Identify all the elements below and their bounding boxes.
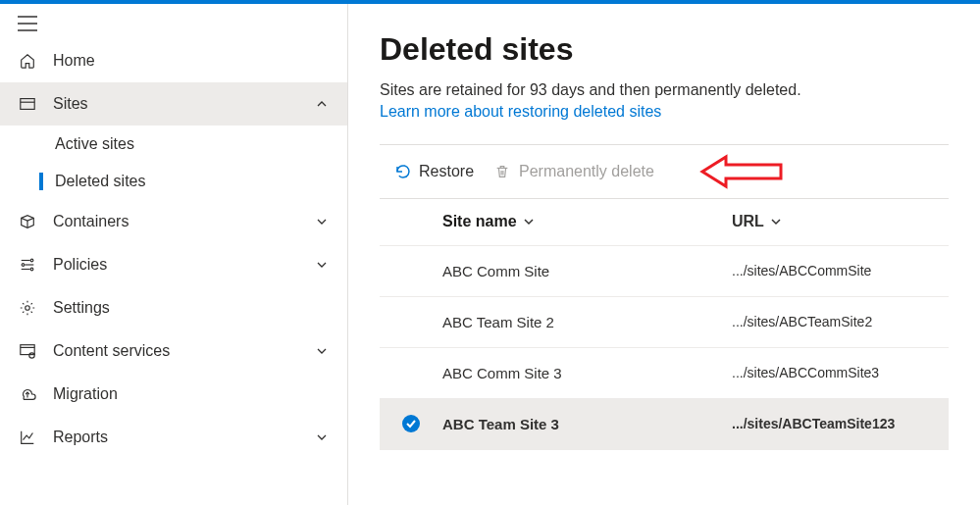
containers-icon (18, 212, 37, 231)
nav-content-services[interactable]: Content services (0, 329, 347, 373)
col-site-name-label: Site name (442, 213, 517, 230)
nav-settings[interactable]: Settings (0, 286, 347, 329)
sidebar: Home Sites Active sites Deleted sites (0, 4, 348, 505)
nav-reports[interactable]: Reports (0, 416, 347, 459)
chevron-down-icon (314, 257, 330, 273)
svg-marker-17 (702, 157, 781, 186)
migration-icon (18, 384, 37, 404)
content-services-icon (18, 341, 37, 361)
annotation-arrow-icon (698, 151, 787, 192)
nav-deleted-sites[interactable]: Deleted sites (0, 163, 347, 200)
svg-point-6 (30, 259, 33, 262)
svg-point-8 (22, 264, 25, 267)
learn-more-link[interactable]: Learn more about restoring deleted sites (380, 103, 661, 121)
trash-icon (493, 163, 511, 180)
row-url: .../sites/ABCCommSite3 (732, 365, 949, 380)
page-title: Deleted sites (380, 31, 949, 68)
nav-sites-label: Sites (53, 95, 314, 113)
nav-home-label: Home (53, 52, 330, 70)
restore-button[interactable]: Restore (393, 163, 474, 180)
row-site-name: ABC Comm Site (442, 263, 732, 279)
nav-migration[interactable]: Migration (0, 373, 347, 416)
chevron-down-icon (314, 343, 330, 359)
permanently-delete-button: Permanently delete (493, 163, 654, 180)
nav-containers-label: Containers (53, 213, 314, 230)
nav-deleted-sites-label: Deleted sites (55, 173, 146, 190)
nav-active-sites-label: Active sites (55, 135, 134, 153)
row-site-name: ABC Comm Site 3 (442, 365, 732, 381)
row-check[interactable] (380, 414, 442, 433)
svg-point-18 (402, 415, 420, 432)
nav-active-sites[interactable]: Active sites (0, 126, 347, 163)
nav-policies[interactable]: Policies (0, 243, 347, 286)
svg-rect-3 (21, 99, 34, 110)
hamburger-button[interactable] (0, 4, 347, 39)
main-content: Deleted sites Sites are retained for 93 … (348, 4, 980, 505)
chevron-down-icon (770, 216, 782, 227)
nav-containers[interactable]: Containers (0, 200, 347, 243)
chevron-down-icon (314, 429, 330, 445)
gear-icon (18, 298, 37, 318)
table-row[interactable]: ABC Comm Site 3 .../sites/ABCCommSite3 (380, 348, 949, 399)
row-url: .../sites/ABCCommSite (732, 263, 949, 278)
nav-content-services-label: Content services (53, 342, 314, 360)
nav-reports-label: Reports (53, 429, 314, 446)
sites-icon (18, 94, 37, 114)
home-icon (18, 51, 37, 71)
toolbar: Restore Permanently delete (380, 145, 949, 198)
restore-icon (393, 163, 411, 180)
nav-migration-label: Migration (53, 385, 330, 403)
nav-sites[interactable]: Sites (0, 82, 347, 126)
policies-icon (18, 255, 37, 275)
chevron-down-icon (523, 216, 535, 227)
table-row[interactable]: ABC Comm Site .../sites/ABCCommSite (380, 246, 949, 297)
sites-table: Site name URL ABC Comm Site .../sites/AB… (380, 199, 949, 450)
svg-point-11 (26, 306, 30, 311)
row-site-name: ABC Team Site 3 (442, 416, 732, 432)
permanently-delete-label: Permanently delete (519, 163, 654, 180)
nav-policies-label: Policies (53, 256, 314, 274)
table-row[interactable]: ABC Team Site 3 .../sites/ABCTeamSite123 (380, 399, 949, 450)
row-url: .../sites/ABCTeamSite123 (732, 416, 949, 431)
row-site-name: ABC Team Site 2 (442, 314, 732, 330)
nav-settings-label: Settings (53, 299, 330, 317)
chevron-up-icon (314, 96, 330, 112)
col-site-name[interactable]: Site name (442, 213, 732, 230)
restore-label: Restore (419, 163, 474, 180)
svg-point-14 (29, 353, 34, 358)
row-url: .../sites/ABCTeamSite2 (732, 314, 949, 329)
table-row[interactable]: ABC Team Site 2 .../sites/ABCTeamSite2 (380, 297, 949, 348)
svg-point-10 (30, 268, 33, 271)
hamburger-icon (18, 16, 37, 31)
chevron-down-icon (314, 214, 330, 229)
checkmark-filled-icon (401, 414, 421, 433)
reports-icon (18, 428, 37, 447)
table-header-row: Site name URL (380, 199, 949, 246)
col-url[interactable]: URL (732, 213, 949, 230)
col-url-label: URL (732, 213, 764, 230)
nav-home[interactable]: Home (0, 39, 347, 82)
page-description: Sites are retained for 93 days and then … (380, 79, 949, 101)
